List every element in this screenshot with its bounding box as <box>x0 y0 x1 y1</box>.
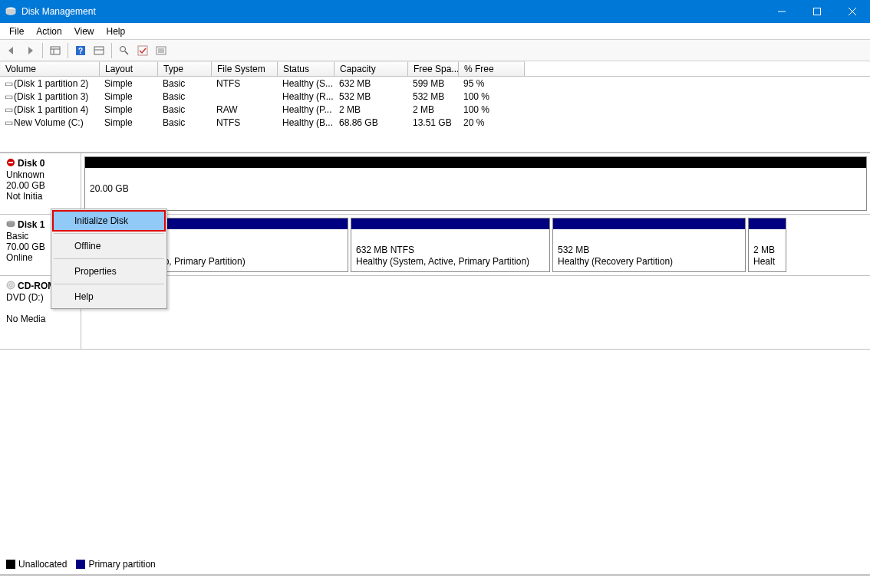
legend: Unallocated Primary partition <box>6 559 156 570</box>
partition-status: Healthy (System, Active, Primary Partiti… <box>356 256 529 267</box>
col-type[interactable]: Type <box>158 61 212 76</box>
cell: Healthy (S... <box>278 78 334 89</box>
menu-offline[interactable]: Offline <box>53 236 165 256</box>
search-icon[interactable] <box>116 42 133 59</box>
cell: Basic <box>158 78 212 89</box>
menu-file[interactable]: File <box>3 25 30 38</box>
settings-icon[interactable] <box>91 42 107 59</box>
partition-primary[interactable]: 2 MBHealt <box>748 218 786 272</box>
cell: New Volume (C:) <box>14 117 84 128</box>
toolbar: ? <box>0 40 870 61</box>
partition-primary[interactable]: 632 MB NTFSHealthy (System, Active, Prim… <box>351 218 550 272</box>
col-filesystem[interactable]: File System <box>212 61 278 76</box>
disk-icon <box>6 219 15 231</box>
menu-properties[interactable]: Properties <box>53 261 165 281</box>
menu-view[interactable]: View <box>68 25 101 38</box>
cell: NTFS <box>212 78 278 89</box>
disk-title: Disk 0 <box>18 158 44 169</box>
svg-rect-10 <box>94 47 104 54</box>
cell: Simple <box>100 91 158 102</box>
cell: 68.86 GB <box>334 117 408 128</box>
list-icon[interactable] <box>153 42 170 59</box>
volume-table-header: Volume Layout Type File System Status Ca… <box>0 61 870 77</box>
svg-rect-5 <box>51 47 60 54</box>
cell: 2 MB <box>334 104 408 115</box>
cdrom-icon <box>6 281 15 292</box>
svg-point-23 <box>10 284 12 287</box>
cell: RAW <box>212 104 278 115</box>
cell: Simple <box>100 117 158 128</box>
col-volume[interactable]: Volume <box>0 61 100 76</box>
titlebar: Disk Management <box>0 0 870 23</box>
partition-unallocated[interactable]: 20.00 GB <box>84 156 867 211</box>
menu-separator <box>54 258 164 259</box>
menu-initialize-disk[interactable]: Initialize Disk <box>52 210 166 232</box>
disk-status: Not Initia <box>6 191 42 202</box>
cell: 2 MB <box>408 104 459 115</box>
close-button[interactable] <box>835 0 870 23</box>
disk-label: Disk 0 Unknown 20.00 GB Not Initia <box>0 153 81 214</box>
cell: 20 % <box>459 117 525 128</box>
menu-help[interactable]: Help <box>101 25 132 38</box>
partition-size: 2 MB <box>753 245 775 255</box>
cell: (Disk 1 partition 4) <box>14 104 88 115</box>
legend-swatch-unallocated <box>6 560 15 569</box>
cell: Basic <box>158 91 212 102</box>
partition-status: Healt <box>753 256 775 267</box>
disk-row-disk0[interactable]: Disk 0 Unknown 20.00 GB Not Initia 20.00… <box>0 153 870 215</box>
col-layout[interactable]: Layout <box>100 61 158 76</box>
disk-status: No Media <box>6 314 45 324</box>
svg-rect-14 <box>138 46 147 55</box>
svg-rect-20 <box>8 162 13 163</box>
check-icon[interactable] <box>134 42 151 59</box>
back-button[interactable] <box>3 42 20 59</box>
disk-title: Disk 1 <box>18 219 44 230</box>
table-row[interactable]: ▭New Volume (C:) Simple Basic NTFS Healt… <box>0 116 870 129</box>
partition-size: 532 MB <box>558 245 589 255</box>
cell: Simple <box>100 78 158 89</box>
partition-size: 632 MB NTFS <box>356 245 414 255</box>
partition-size: 20.00 GB <box>90 183 129 194</box>
menu-action[interactable]: Action <box>30 25 68 38</box>
volume-table-body: ▭(Disk 1 partition 2) Simple Basic NTFS … <box>0 77 870 129</box>
col-status[interactable]: Status <box>278 61 334 76</box>
disk-size: 20.00 GB <box>6 180 45 191</box>
cell: Healthy (P... <box>278 104 334 115</box>
view-icon[interactable] <box>47 42 64 59</box>
legend-label: Primary partition <box>88 559 155 570</box>
cell: 13.51 GB <box>408 117 459 128</box>
menubar: File Action View Help <box>0 23 870 40</box>
col-pctfree[interactable]: % Free <box>459 61 525 76</box>
partition-recovery[interactable]: 532 MBHealthy (Recovery Partition) <box>552 218 746 272</box>
col-free[interactable]: Free Spa... <box>408 61 459 76</box>
disk-drive-letter: DVD (D:) <box>6 292 44 303</box>
cell: 95 % <box>459 78 525 89</box>
minimize-button[interactable] <box>764 0 799 23</box>
cell: 532 MB <box>334 91 408 102</box>
help-icon[interactable]: ? <box>72 42 89 59</box>
disk-error-icon <box>6 158 15 169</box>
legend-label: Unallocated <box>18 559 67 570</box>
cell: Simple <box>100 104 158 115</box>
forward-button[interactable] <box>21 42 38 59</box>
cell: NTFS <box>212 117 278 128</box>
svg-line-13 <box>125 51 128 54</box>
partition-bar <box>351 218 549 229</box>
col-capacity[interactable]: Capacity <box>334 61 408 76</box>
volume-icon: ▭ <box>5 91 12 102</box>
table-row[interactable]: ▭(Disk 1 partition 2) Simple Basic NTFS … <box>0 77 870 90</box>
volume-icon: ▭ <box>5 78 12 89</box>
app-icon <box>5 5 17 18</box>
table-row[interactable]: ▭(Disk 1 partition 4) Simple Basic RAW H… <box>0 103 870 116</box>
cell: Healthy (R... <box>278 91 334 102</box>
cell: Healthy (B... <box>278 117 334 128</box>
menu-separator <box>54 284 164 284</box>
cell: 599 MB <box>408 78 459 89</box>
menu-help[interactable]: Help <box>53 287 165 307</box>
cell: 100 % <box>459 104 525 115</box>
cell: (Disk 1 partition 2) <box>14 78 88 89</box>
svg-text:?: ? <box>78 47 83 55</box>
maximize-button[interactable] <box>799 0 835 23</box>
table-row[interactable]: ▭(Disk 1 partition 3) Simple Basic Healt… <box>0 90 870 103</box>
disk-type: Unknown <box>6 169 44 180</box>
